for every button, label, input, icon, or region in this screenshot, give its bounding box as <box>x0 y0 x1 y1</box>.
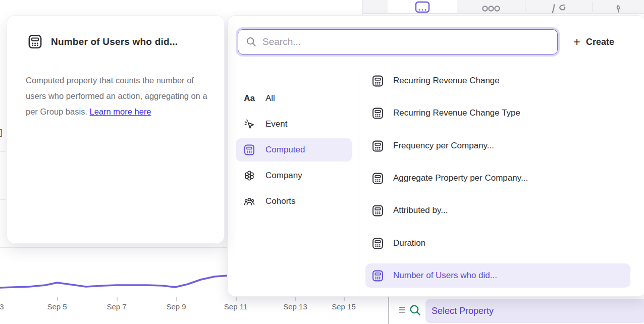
cohorts-people-icon <box>243 195 255 207</box>
tab-groups[interactable] <box>457 0 525 13</box>
x-axis-tick <box>117 297 118 301</box>
property-row[interactable]: Duration <box>365 231 630 255</box>
tab-lasso[interactable] <box>525 0 593 13</box>
property-list: Recurring Revenue Change Recurring Reven… <box>360 16 644 296</box>
category-company[interactable]: Company <box>236 164 352 187</box>
x-axis-tick <box>344 297 345 301</box>
tab-flag[interactable] <box>593 0 644 13</box>
x-axis-tick <box>176 297 177 301</box>
category-label: Company <box>265 171 302 181</box>
property-picker-panel: Search... + Create Aa All Event Computed… <box>227 15 644 297</box>
calculator-icon <box>371 172 384 185</box>
select-property-label: Select Property <box>432 306 494 316</box>
category-all[interactable]: Aa All <box>236 87 352 110</box>
property-label: Frequency per Company... <box>393 141 494 151</box>
calculator-icon <box>371 269 384 282</box>
search-placeholder: Search... <box>262 36 301 47</box>
lasso-tab-icon <box>550 9 567 13</box>
property-row[interactable]: Attributed by... <box>365 198 630 223</box>
property-label: Duration <box>393 238 425 248</box>
category-label: Event <box>265 119 287 129</box>
tab-divider <box>593 2 593 12</box>
category-label: Cohorts <box>265 196 296 206</box>
category-label: Computed <box>265 145 305 155</box>
x-axis-label: Sep 13 <box>283 302 307 311</box>
flag-tab-icon <box>615 9 621 13</box>
view-tabbar <box>363 0 644 14</box>
tooltip-description: Computed property that counts the number… <box>26 73 207 120</box>
select-property-button[interactable]: Select Property <box>425 299 644 323</box>
calculator-icon <box>371 107 384 120</box>
property-row[interactable]: Frequency per Company... <box>365 134 630 158</box>
property-label: Attributed by... <box>393 205 448 215</box>
x-axis-label: Sep 7 <box>106 302 126 311</box>
background-row-divider <box>0 199 6 200</box>
cursor-click-icon <box>243 118 255 130</box>
property-row-selected[interactable]: Number of Users who did... <box>365 263 630 288</box>
search-icon <box>245 36 257 48</box>
x-axis-label: Sep 15 <box>332 302 356 311</box>
calculator-icon <box>371 237 384 250</box>
chart-x-axis: Sep 3Sep 5Sep 7Sep 9Sep 11Sep 13Sep 15 <box>0 297 384 324</box>
calculator-icon <box>371 140 384 152</box>
x-axis-tick <box>57 297 58 301</box>
calculator-icon <box>243 144 255 156</box>
x-axis-label: Sep 11 <box>224 302 247 311</box>
property-row[interactable]: Recurring Revenue Change Type <box>365 101 630 125</box>
text-format-icon: Aa <box>243 93 255 103</box>
search-icon[interactable] <box>408 303 422 317</box>
tab-calculator[interactable] <box>388 0 457 13</box>
category-label: All <box>265 93 275 103</box>
x-axis-label: Sep 5 <box>47 302 67 311</box>
bracket-text: ] <box>0 128 2 137</box>
category-cohorts[interactable]: Cohorts <box>236 190 352 213</box>
property-row[interactable]: Aggregate Property per Company... <box>365 166 630 190</box>
property-tooltip-card: Number of Users who did... Computed prop… <box>7 15 225 244</box>
calculator-icon <box>27 34 43 49</box>
drag-handle-icon[interactable] <box>399 307 405 313</box>
tab-divider <box>525 2 525 12</box>
chart-line-series <box>0 276 228 288</box>
learn-more-link[interactable]: Learn more here <box>90 107 151 116</box>
category-event[interactable]: Event <box>236 113 352 136</box>
background-row-divider <box>0 151 6 152</box>
company-cluster-icon <box>243 170 255 182</box>
property-label: Recurring Revenue Change <box>393 76 500 86</box>
calculator-icon <box>371 204 384 217</box>
property-row[interactable]: Recurring Revenue Change <box>365 69 630 93</box>
category-computed[interactable]: Computed <box>236 138 352 161</box>
x-axis-tick <box>295 297 296 301</box>
x-axis-label: Sep 3 <box>0 302 4 311</box>
x-axis-tick <box>236 297 237 301</box>
panel-divider-vertical <box>388 297 389 324</box>
property-label: Recurring Revenue Change Type <box>393 108 520 118</box>
calculator-icon <box>371 75 384 87</box>
groups-tab-icon <box>482 9 500 13</box>
property-label: Aggregate Property per Company... <box>393 173 528 183</box>
picker-column-divider <box>359 74 359 305</box>
property-label: Number of Users who did... <box>393 271 497 281</box>
x-axis-label: Sep 9 <box>166 302 186 311</box>
tooltip-title: Number of Users who did... <box>51 36 178 47</box>
calculator-tab-icon <box>415 8 430 13</box>
